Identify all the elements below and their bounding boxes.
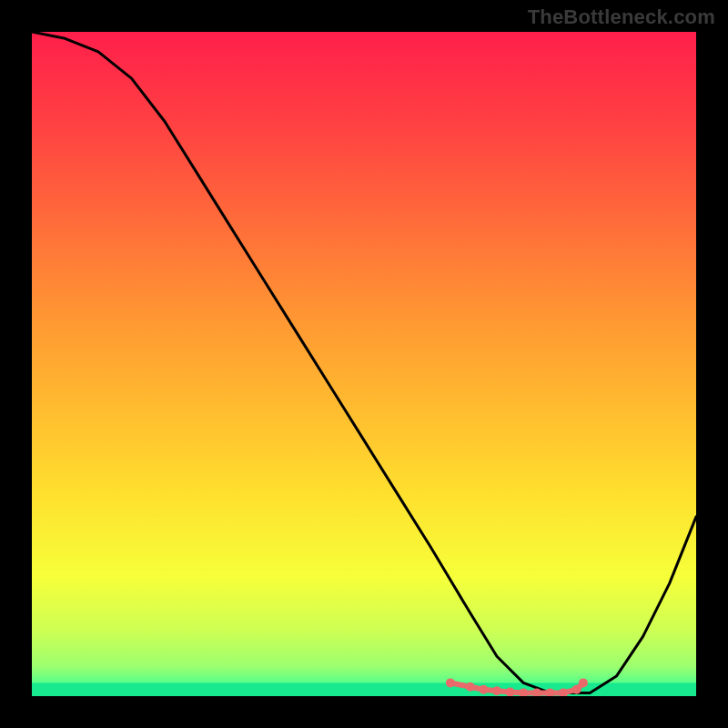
valley-dot [479, 685, 488, 694]
plot-area [32, 32, 696, 696]
valley-dot [579, 678, 588, 687]
valley-dot [466, 682, 475, 692]
chart-svg [32, 32, 696, 696]
chart-frame: TheBottleneck.com [0, 0, 728, 728]
valley-dot [572, 685, 581, 694]
watermark-text: TheBottleneck.com [528, 5, 715, 29]
valley-dot [446, 678, 455, 687]
gradient-background [32, 32, 696, 696]
valley-dot [492, 686, 501, 695]
